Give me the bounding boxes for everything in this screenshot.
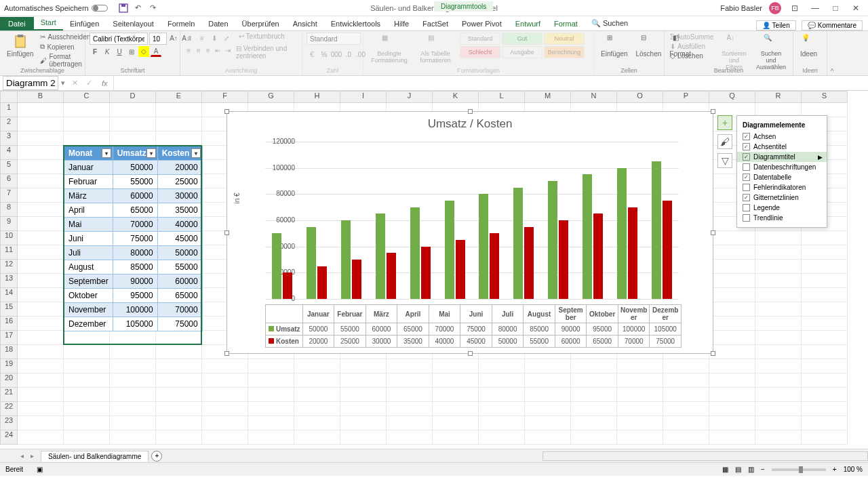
- ribbon-tab-seitenlayout[interactable]: Seitenlayout: [106, 17, 161, 30]
- row-header[interactable]: 23: [0, 416, 18, 430]
- bar-umsatz[interactable]: [513, 188, 523, 299]
- row-headers[interactable]: 123456789101112131415161718192021222324: [0, 103, 18, 445]
- flyout-item-achsen[interactable]: ✓Achsen: [737, 131, 827, 142]
- ideas-button[interactable]: 💡Ideen: [797, 33, 820, 59]
- align-top-icon[interactable]: ⬆: [184, 33, 195, 43]
- col-header[interactable]: B: [18, 91, 64, 103]
- col-header[interactable]: S: [802, 91, 848, 103]
- row-header[interactable]: 24: [0, 430, 18, 445]
- ribbon-tab-daten[interactable]: Daten: [201, 17, 235, 30]
- comma-icon[interactable]: 000: [331, 49, 342, 60]
- bar-umsatz[interactable]: [272, 233, 281, 299]
- checkbox-icon[interactable]: [743, 184, 750, 191]
- align-center-icon[interactable]: ≡: [194, 45, 202, 56]
- align-mid-icon[interactable]: ≡: [197, 33, 208, 43]
- row-header[interactable]: 6: [0, 174, 18, 188]
- table-row[interactable]: Dezember10500075000: [64, 317, 203, 331]
- table-row[interactable]: November10000070000: [64, 303, 203, 317]
- align-left-icon[interactable]: ≡: [184, 45, 193, 56]
- row-header[interactable]: 7: [0, 188, 18, 203]
- wrap-text-button[interactable]: ↩ Textumbruch: [239, 33, 285, 43]
- resize-handle[interactable]: [224, 230, 229, 235]
- row-header[interactable]: 9: [0, 217, 18, 231]
- bar-umsatz[interactable]: [479, 194, 488, 299]
- y-axis-label[interactable]: in €: [233, 192, 241, 203]
- bar-kosten[interactable]: [352, 260, 361, 299]
- bar-kosten[interactable]: [283, 272, 292, 299]
- normal-view-icon[interactable]: ▦: [722, 466, 728, 473]
- ribbon-tab-formeln[interactable]: Formeln: [161, 17, 201, 30]
- cond-format-button[interactable]: ▦Bedingte Formatierung: [368, 33, 411, 65]
- bar-umsatz[interactable]: [583, 174, 592, 299]
- flyout-item-gitternetzlinien[interactable]: ✓Gitternetzlinien: [737, 192, 827, 203]
- border-icon[interactable]: ⊞: [126, 46, 137, 57]
- bar-kosten[interactable]: [559, 220, 568, 299]
- row-header[interactable]: 4: [0, 146, 18, 160]
- bar-kosten[interactable]: [490, 233, 499, 299]
- search-tab[interactable]: 🔍 Suchen: [585, 16, 635, 30]
- bar-umsatz[interactable]: [445, 201, 454, 299]
- row-header[interactable]: 18: [0, 345, 18, 359]
- bar-kosten[interactable]: [387, 253, 396, 299]
- ribbon-tab-entwurf[interactable]: Entwurf: [509, 17, 547, 30]
- bar-umsatz[interactable]: [548, 181, 557, 299]
- resize-handle[interactable]: [711, 351, 715, 356]
- table-row[interactable]: Juli8000050000: [64, 246, 203, 260]
- row-header[interactable]: 15: [0, 302, 18, 317]
- ribbon-tab-überprüfen[interactable]: Überprüfen: [235, 17, 286, 30]
- filter-dropdown-icon[interactable]: ▾: [102, 148, 111, 158]
- row-header[interactable]: 20: [0, 373, 18, 388]
- font-size-select[interactable]: [149, 33, 167, 45]
- bar-kosten[interactable]: [593, 214, 603, 299]
- fill-button[interactable]: ⬇ Ausfüllen: [669, 42, 715, 51]
- checkbox-icon[interactable]: ✓: [743, 133, 750, 140]
- style-schlecht[interactable]: Schlecht: [460, 46, 500, 58]
- bar-umsatz[interactable]: [410, 207, 420, 299]
- row-header[interactable]: 3: [0, 131, 18, 146]
- row-header[interactable]: 1: [0, 103, 18, 117]
- ribbon-tab-ansicht[interactable]: Ansicht: [286, 17, 324, 30]
- autosum-button[interactable]: Σ AutoSumme: [669, 33, 715, 41]
- table-row[interactable]: April6500035000: [64, 203, 203, 218]
- font-name-select[interactable]: [90, 33, 148, 45]
- bar-umsatz[interactable]: [617, 168, 627, 299]
- row-header[interactable]: 16: [0, 317, 18, 331]
- flyout-item-trendlinie[interactable]: Trendlinie: [737, 213, 827, 223]
- style-ausgabe[interactable]: Ausgabe: [502, 46, 542, 58]
- flyout-item-diagrammtitel[interactable]: ✓Diagrammtitel▶: [737, 152, 827, 162]
- zoom-out-icon[interactable]: −: [761, 466, 765, 473]
- bar-kosten[interactable]: [456, 240, 465, 299]
- page-layout-view-icon[interactable]: ▤: [735, 466, 741, 473]
- checkbox-icon[interactable]: ✓: [743, 153, 750, 161]
- style-gut[interactable]: Gut: [502, 33, 542, 45]
- name-box[interactable]: [3, 76, 58, 90]
- resize-handle[interactable]: [224, 109, 229, 114]
- bold-icon[interactable]: F: [90, 46, 100, 57]
- delete-cells-button[interactable]: ⊟Löschen: [633, 33, 664, 59]
- row-header[interactable]: 14: [0, 288, 18, 302]
- user-name[interactable]: Fabio Basler: [720, 4, 762, 12]
- table-row[interactable]: Juni7500045000: [64, 232, 203, 246]
- ribbon-tab-factset[interactable]: FactSet: [416, 17, 455, 30]
- style-berechnung[interactable]: Berechnung: [544, 46, 585, 58]
- row-header[interactable]: 21: [0, 388, 18, 402]
- row-header[interactable]: 11: [0, 245, 18, 260]
- toggle-icon[interactable]: [92, 5, 108, 12]
- user-avatar[interactable]: FB: [769, 2, 781, 14]
- flyout-item-legende[interactable]: Legende: [737, 203, 827, 213]
- table-row[interactable]: September9000060000: [64, 274, 203, 289]
- checkbox-icon[interactable]: ✓: [743, 143, 750, 150]
- col-header[interactable]: O: [617, 91, 663, 103]
- chart-title[interactable]: Umsatz / Kosten: [227, 112, 713, 134]
- filter-dropdown-icon[interactable]: ▾: [191, 148, 201, 158]
- table-row[interactable]: Oktober9500065000: [64, 289, 203, 303]
- row-header[interactable]: 10: [0, 231, 18, 245]
- ribbon-options-icon[interactable]: ⊡: [788, 3, 802, 13]
- bar-kosten[interactable]: [663, 201, 672, 299]
- ribbon-tab-einfügen[interactable]: Einfügen: [63, 17, 106, 30]
- row-header[interactable]: 5: [0, 160, 18, 174]
- style-standard[interactable]: Standard: [460, 33, 500, 45]
- bar-umsatz[interactable]: [307, 227, 316, 299]
- clear-button[interactable]: ◇ Löschen: [669, 52, 715, 60]
- table-row[interactable]: März6000030000: [64, 189, 203, 203]
